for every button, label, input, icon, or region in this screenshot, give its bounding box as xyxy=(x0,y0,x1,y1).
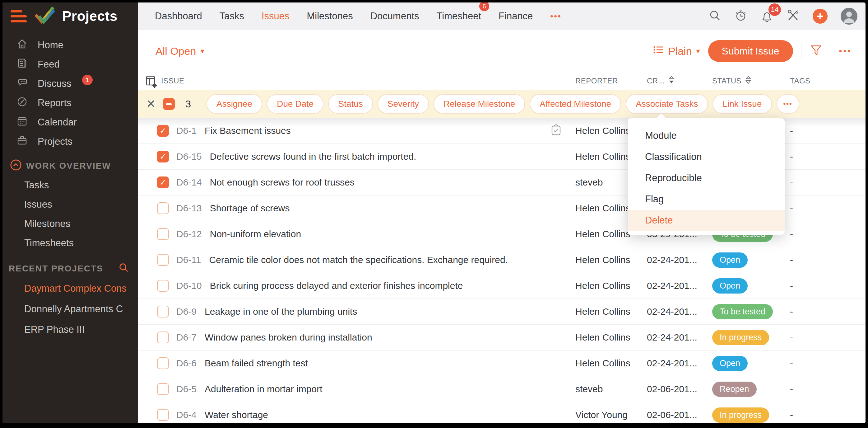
tab-dashboard[interactable]: Dashboard xyxy=(155,10,202,22)
recent-project-item[interactable]: ERP Phase III xyxy=(2,319,138,340)
issue-title[interactable]: Beam failed strength test xyxy=(205,358,308,369)
hamburger-menu-icon[interactable] xyxy=(10,10,27,22)
issue-title[interactable]: Non-uniform elevation xyxy=(210,229,301,239)
bulk-chip-due-date[interactable]: Due Date xyxy=(267,94,323,114)
bulk-chip-severity[interactable]: Severity xyxy=(377,94,429,114)
search-projects-icon[interactable] xyxy=(119,262,129,275)
menu-item-module[interactable]: Module xyxy=(628,125,785,146)
menu-item-classification[interactable]: Classification xyxy=(628,146,785,168)
column-reporter[interactable]: REPORTER xyxy=(575,77,647,85)
row-checkbox[interactable]: ✓ xyxy=(157,151,169,163)
menu-item-flag[interactable]: Flag xyxy=(628,189,785,210)
issue-row[interactable]: D6-9Leakage in one of the plumbing units… xyxy=(138,299,866,325)
recent-project-item[interactable]: Daymart Complex Cons xyxy=(2,278,138,299)
issue-row[interactable]: D6-6Beam failed strength testHelen Colli… xyxy=(138,350,866,376)
tab-issues[interactable]: Issues xyxy=(261,10,289,22)
notifications-button[interactable]: 14 xyxy=(761,10,773,23)
issue-title[interactable]: Water shortage xyxy=(205,410,268,420)
status-badge[interactable]: To be tested xyxy=(712,304,773,319)
row-checkbox[interactable] xyxy=(157,254,169,266)
status-badge[interactable]: In progress xyxy=(712,407,769,423)
issue-id: D6-6 xyxy=(176,358,196,369)
filter-funnel-icon[interactable] xyxy=(809,44,823,58)
setup-tools-icon[interactable] xyxy=(786,9,800,23)
issue-title[interactable]: Window panes broken during installation xyxy=(205,332,372,343)
column-issue[interactable]: ISSUE xyxy=(138,77,575,85)
recent-project-item[interactable]: Donnelly Apartments C xyxy=(2,299,138,319)
issue-title[interactable]: Not enough screws for roof trusses xyxy=(210,177,354,188)
sidebar-item-feed[interactable]: Feed xyxy=(2,55,138,74)
column-tags[interactable]: TAGS xyxy=(787,77,866,85)
sidebar-item-calendar[interactable]: Calendar xyxy=(2,113,138,132)
row-checkbox[interactable] xyxy=(157,306,169,317)
sort-icon[interactable] xyxy=(745,75,751,87)
status-badge[interactable]: Open xyxy=(712,356,748,371)
column-settings-icon[interactable] xyxy=(145,75,158,90)
bulk-chip-link-issue[interactable]: Link Issue xyxy=(713,94,772,114)
status-badge[interactable]: Open xyxy=(712,252,748,268)
bulk-chip-assignee[interactable]: Assignee xyxy=(207,94,262,114)
row-checkbox[interactable] xyxy=(157,409,169,421)
menu-item-delete[interactable]: Delete xyxy=(628,210,785,231)
issue-title[interactable]: Leakage in one of the plumbing units xyxy=(205,306,357,317)
column-created[interactable]: CR... xyxy=(647,75,712,87)
timer-icon[interactable] xyxy=(734,9,747,23)
submit-issue-button[interactable]: Submit Issue xyxy=(708,40,793,62)
row-checkbox[interactable] xyxy=(157,383,169,395)
view-switch-dropdown[interactable]: Plain ▾ xyxy=(653,44,700,58)
sidebar-item-home[interactable]: Home xyxy=(2,35,138,55)
issue-title[interactable]: Shortage of screws xyxy=(210,203,290,213)
issue-row[interactable]: D6-11Ceramic tile color does not match t… xyxy=(138,247,866,273)
work-overview-header[interactable]: WORK OVERVIEW xyxy=(2,156,138,176)
select-all-checkbox-indeterminate[interactable] xyxy=(163,98,175,110)
row-checkbox[interactable]: ✓ xyxy=(157,176,169,188)
tab-tasks[interactable]: Tasks xyxy=(220,10,244,22)
issue-filter-dropdown[interactable]: All Open ▾ xyxy=(155,45,204,57)
row-checkbox[interactable] xyxy=(157,280,169,292)
column-status[interactable]: STATUS xyxy=(712,75,787,87)
status-badge[interactable]: Open xyxy=(712,278,748,293)
issue-title[interactable]: Defective screws found in the first batc… xyxy=(210,151,416,162)
nav-more-icon[interactable]: ••• xyxy=(550,11,561,21)
sidebar-item-issues[interactable]: Issues xyxy=(2,195,138,214)
issue-row[interactable]: D6-5Adulteration in mortar importsteveb0… xyxy=(138,376,866,402)
row-checkbox[interactable] xyxy=(157,357,169,369)
issue-row[interactable]: D6-4Water shortageVictor Young02-06-201.… xyxy=(138,402,866,423)
row-checkbox[interactable]: ✓ xyxy=(157,125,169,137)
issue-row[interactable]: D6-10Brick curing process delayed and ex… xyxy=(138,273,866,299)
row-checkbox[interactable] xyxy=(157,332,169,343)
sidebar-item-discuss[interactable]: Discuss1 xyxy=(2,74,138,93)
tab-milestones[interactable]: Milestones xyxy=(307,10,353,22)
status-badge[interactable]: Reopen xyxy=(712,381,757,397)
sort-desc-icon[interactable] xyxy=(668,75,675,87)
bulk-chip-release-milestone[interactable]: Release Milestone xyxy=(434,94,525,114)
sidebar-item-timesheets[interactable]: Timesheets xyxy=(2,233,138,253)
bulk-chip-affected-milestone[interactable]: Affected Milestone xyxy=(530,94,621,114)
search-icon[interactable] xyxy=(709,9,721,23)
user-avatar[interactable] xyxy=(841,8,858,25)
issue-title[interactable]: Fix Basement issues xyxy=(205,125,291,136)
row-checkbox[interactable] xyxy=(157,202,169,214)
status-cell: Open xyxy=(712,252,787,268)
tab-finance[interactable]: Finance xyxy=(499,10,533,22)
sidebar-item-projects[interactable]: Projects xyxy=(2,132,138,151)
tab-timesheet[interactable]: Timesheet6 xyxy=(437,10,482,22)
row-checkbox[interactable] xyxy=(157,228,169,240)
more-options-icon[interactable]: ••• xyxy=(839,46,852,56)
issue-title[interactable]: Adulteration in mortar import xyxy=(205,384,322,394)
issue-title[interactable]: Brick curing process delayed and exterio… xyxy=(210,281,463,291)
close-icon[interactable]: ✕ xyxy=(146,98,155,110)
sidebar-item-tasks[interactable]: Tasks xyxy=(2,176,138,195)
sidebar-item-milestones[interactable]: Milestones xyxy=(2,214,138,233)
issue-row[interactable]: D6-7Window panes broken during installat… xyxy=(138,325,866,350)
sidebar-item-reports[interactable]: Reports xyxy=(2,93,138,113)
menu-item-reproducible[interactable]: Reproducible xyxy=(628,168,785,189)
status-cell: In progress xyxy=(712,330,787,345)
issue-title[interactable]: Ceramic tile color does not match the sp… xyxy=(209,255,507,265)
status-badge[interactable]: In progress xyxy=(712,330,769,345)
bulk-chip-associate-tasks[interactable]: Associate Tasks xyxy=(626,94,708,114)
bulk-chip-more[interactable]: ••• xyxy=(777,94,799,114)
tab-documents[interactable]: Documents xyxy=(370,10,419,22)
bulk-chip-status[interactable]: Status xyxy=(328,94,373,114)
add-new-button[interactable]: + xyxy=(813,9,828,24)
